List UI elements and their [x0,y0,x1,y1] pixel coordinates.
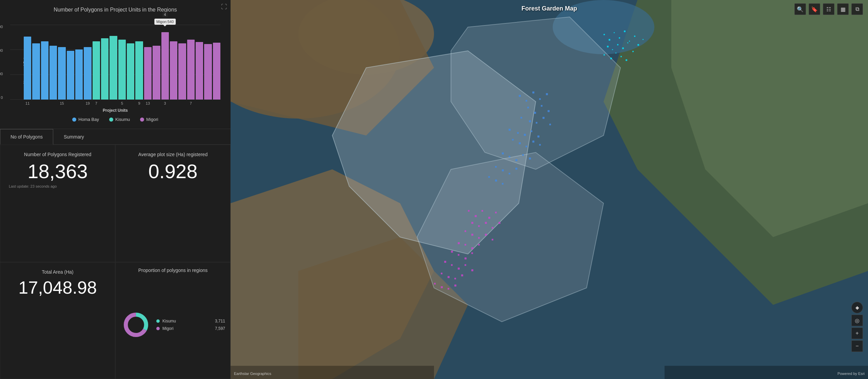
svg-rect-93 [471,252,473,254]
x-axis-label: 9 [135,101,143,105]
x-axis-label: 5 [118,101,126,105]
svg-rect-74 [488,217,490,219]
expand-button[interactable]: ⛶ [221,3,227,10]
svg-rect-39 [546,93,548,95]
proportion-label: Proportion of polygons in regions [121,268,225,273]
zoom-out-button[interactable]: − [851,340,863,352]
grid-tool-button[interactable]: ⧉ [851,3,863,15]
x-axis-label [75,101,83,105]
svg-rect-29 [643,39,644,40]
chart-title: Number of Polygons in Project Units in t… [10,7,220,13]
bar-item[interactable] [170,41,177,100]
bar-item[interactable] [118,40,126,100]
map-nav: ◆ ◎ + − [851,302,863,352]
svg-rect-105 [448,288,449,290]
bar-item[interactable] [41,41,48,100]
x-axis-label [67,101,74,105]
avg-plot-value: 0.928 [124,161,222,182]
svg-rect-16 [609,39,610,41]
svg-rect-36 [526,100,527,102]
svg-rect-52 [531,130,532,132]
svg-rect-97 [465,264,466,266]
svg-rect-54 [512,139,514,141]
proportion-content: Kisumu 3,711 Migori 7,597 [121,276,225,374]
tab-polygons[interactable]: No of Polygons [0,129,53,145]
x-axis-label: 7 [93,101,100,105]
chart-area: ⛶ Number of Polygons in Project Units in… [0,0,231,129]
bar-item[interactable] [84,47,91,100]
bar-item[interactable] [178,43,186,100]
bookmark-tool-button[interactable]: 🔖 [809,3,820,15]
bar-item[interactable] [213,43,220,100]
prop-value: 3,711 [215,319,225,323]
svg-rect-28 [637,44,639,46]
svg-rect-32 [615,52,616,54]
x-axis-label: 11 [24,101,31,105]
bar-item[interactable]: 4Migon:540 [161,32,169,100]
zoom-in-button[interactable]: + [851,328,863,339]
svg-rect-104 [441,286,443,288]
svg-rect-63 [529,157,531,160]
legend-dot-homa-bay [72,118,76,122]
list-tool-button[interactable]: ☷ [823,3,834,15]
bar-item[interactable] [93,41,100,100]
bars-wrapper: 4Migon:540 [10,25,220,100]
svg-rect-87 [465,244,466,246]
svg-rect-66 [509,173,510,174]
bar-item[interactable] [153,46,160,100]
svg-rect-17 [614,32,615,33]
y-label-400: 400 [0,48,3,52]
prop-name: Migori [162,326,212,331]
bar-item[interactable] [50,46,57,100]
svg-rect-99 [441,273,442,274]
bar-item[interactable] [32,43,40,100]
svg-rect-20 [629,41,630,42]
svg-rect-15 [604,34,605,35]
total-area-value: 17,048.98 [9,278,106,297]
legend-label-migori: Migori [146,117,158,122]
bar-item[interactable] [24,37,31,100]
bar-item[interactable] [204,44,212,100]
svg-rect-67 [515,168,517,170]
svg-rect-31 [610,58,612,59]
svg-rect-33 [620,56,622,57]
legend-label-kisumu: Kisumu [115,117,130,122]
layers-tool-button[interactable]: ▦ [837,3,849,15]
x-axis-title: Project Units [10,108,220,113]
avg-plot-label: Average plot size (Ha) registered [124,152,222,157]
compass-button[interactable]: ◆ [851,302,863,313]
bar-item[interactable] [135,41,143,100]
bar-item[interactable] [110,36,117,100]
bars-area: 600 400 200 0 4Migon:540 [10,25,220,100]
y-label-0: 0 [0,96,3,100]
bar-item[interactable] [127,43,134,100]
svg-rect-37 [532,91,534,93]
bar-item[interactable] [144,47,152,100]
stat-polygons-registered: Number of Polygons Registered 18,363 Las… [0,145,115,262]
tab-polygons-label: No of Polygons [11,134,43,140]
bar-item[interactable] [196,42,203,100]
prop-value: 7,597 [215,326,225,331]
tab-summary[interactable]: Summary [53,129,95,144]
svg-rect-35 [519,95,521,97]
svg-rect-102 [461,274,463,276]
bar-item[interactable] [101,38,108,100]
bar-item[interactable] [58,47,65,100]
locate-button[interactable]: ◎ [851,315,863,326]
svg-rect-89 [478,244,480,246]
search-tool-button[interactable]: 🔍 [794,3,806,15]
legend-kisumu: Kisumu [109,117,130,122]
polygons-registered-label: Number of Polygons Registered [9,152,106,157]
bar-item[interactable] [67,51,74,100]
prop-dot [156,319,160,323]
polygons-registered-value: 18,363 [9,161,106,182]
x-axis-label [110,101,117,105]
chart-legend: Homa Bay Kisumu Migori [10,117,220,125]
bar-item[interactable] [75,49,83,100]
svg-rect-43 [548,110,550,112]
bar-item[interactable] [187,40,195,100]
svg-rect-80 [498,222,500,224]
prop-name: Kisumu [162,319,212,323]
x-axis-label [50,101,57,105]
svg-rect-21 [634,36,635,37]
